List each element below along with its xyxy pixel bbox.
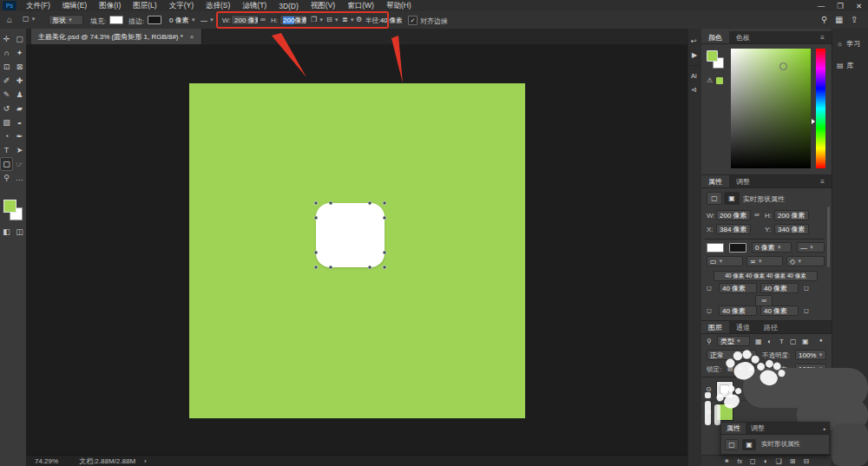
menu-view[interactable]: 视图(V): [305, 0, 341, 11]
actions-panel-icon[interactable]: ▶: [692, 51, 697, 59]
prop-x-field[interactable]: 384 像素: [716, 224, 751, 234]
stroke-width-field[interactable]: 0 像素▼: [167, 15, 196, 25]
lasso-tool[interactable]: ∩: [0, 46, 13, 60]
eyedropper-tool[interactable]: ✐: [0, 74, 13, 88]
layer-search-icon[interactable]: ⚲: [707, 338, 712, 345]
eraser-tool[interactable]: ▰: [13, 102, 26, 115]
stroke-align-select[interactable]: ▭▼: [707, 256, 743, 266]
zoom-level[interactable]: 74.29%: [35, 457, 58, 465]
workspace-icon[interactable]: ▦: [835, 15, 843, 24]
delete-layer-icon[interactable]: ⊟: [803, 457, 809, 465]
opacity-field[interactable]: 100%▼: [795, 350, 826, 360]
lock-all-icon[interactable]: ⋒: [759, 365, 764, 372]
filter-type-icon[interactable]: T: [779, 338, 784, 345]
mini-tab-properties[interactable]: 属性: [721, 423, 746, 434]
link-dimensions-icon[interactable]: ∞: [260, 16, 266, 23]
visibility-eye-icon[interactable]: ⊙: [706, 408, 712, 416]
blur-tool[interactable]: ◒: [13, 115, 26, 129]
add-mask-icon[interactable]: ◻: [750, 457, 756, 465]
gradient-tool[interactable]: ▧: [0, 115, 13, 129]
path-selection-tool[interactable]: ➤: [13, 143, 26, 157]
pen-tool[interactable]: ✒: [13, 129, 26, 143]
libraries-panel-button[interactable]: ▤ 库: [837, 61, 868, 70]
home-icon[interactable]: ⌂: [7, 15, 12, 24]
corner-tl-field[interactable]: 40 像素: [719, 283, 757, 293]
path-alignment-button[interactable]: ⊟▼: [326, 16, 339, 23]
hue-slider-thumb[interactable]: [812, 119, 815, 124]
radii-combined-field[interactable]: 40 像素 40 像素 40 像素 40 像素: [713, 271, 818, 281]
prop-link-icon[interactable]: ∞: [754, 211, 760, 219]
history-brush-tool[interactable]: ↺: [0, 102, 13, 115]
adjustment-layer-icon[interactable]: ◐: [764, 457, 768, 465]
layer-row-background[interactable]: ⊙: [701, 401, 832, 423]
zoom-tool[interactable]: ⚲: [0, 171, 13, 185]
color-field[interactable]: [731, 49, 811, 168]
radius-field[interactable]: 40 像素: [380, 16, 402, 25]
stroke-cap-select[interactable]: ≍▼: [746, 256, 783, 266]
menu-edit[interactable]: 编辑(E): [56, 0, 93, 11]
filter-pixel-icon[interactable]: ▦: [755, 338, 762, 345]
lock-transparent-icon[interactable]: ▨: [727, 365, 733, 372]
color-fg-swatch[interactable]: [707, 50, 718, 62]
properties-scrollbar[interactable]: [827, 207, 830, 267]
menu-help[interactable]: 帮助(H): [380, 0, 418, 11]
mask-properties-icon[interactable]: ▣: [724, 192, 740, 205]
corner-bl-field[interactable]: 40 像素: [719, 305, 757, 316]
filter-shape-icon[interactable]: ▢: [790, 338, 797, 345]
new-group-icon[interactable]: ❏: [776, 457, 782, 465]
status-chevron-icon[interactable]: ›: [144, 457, 147, 465]
width-field[interactable]: 200 像素: [231, 15, 259, 25]
quick-selection-tool[interactable]: ✦: [13, 46, 26, 60]
menu-window[interactable]: 窗口(W): [341, 0, 380, 11]
menu-layer[interactable]: 图层(L): [127, 0, 162, 11]
minimize-button[interactable]: —: [812, 0, 832, 11]
restore-button[interactable]: ❐: [831, 0, 850, 11]
hue-slider[interactable]: [816, 49, 825, 168]
path-operations-button[interactable]: ❐▼: [311, 16, 324, 23]
filter-toggle-icon[interactable]: ●: [819, 338, 823, 343]
close-button[interactable]: ✕: [850, 0, 868, 11]
layer-row-shape[interactable]: ⊙: [701, 378, 832, 401]
gear-icon[interactable]: ⚙: [356, 16, 362, 23]
history-panel-icon[interactable]: ↩: [691, 37, 697, 45]
layer-thumbnail[interactable]: [716, 404, 733, 421]
blend-mode-select[interactable]: 正常▼: [707, 350, 757, 360]
lock-artboard-icon[interactable]: ▣: [748, 365, 754, 372]
fill-swatch[interactable]: [109, 16, 123, 24]
stroke-corner-select[interactable]: ◇▼: [786, 256, 825, 266]
new-layer-icon[interactable]: ⊞: [790, 457, 796, 465]
layer-thumbnail[interactable]: [716, 381, 733, 398]
brush-tool[interactable]: ✎: [0, 88, 13, 102]
tab-paths[interactable]: 路径: [757, 321, 785, 333]
layer-style-fx-icon[interactable]: fx: [738, 458, 742, 464]
healing-brush-tool[interactable]: ✚: [13, 74, 26, 88]
type-tool[interactable]: T: [0, 143, 13, 157]
clone-stamp-tool[interactable]: ♟: [13, 88, 26, 102]
lock-position-icon[interactable]: ✛: [738, 365, 743, 372]
prop-h-field[interactable]: 200 像素: [774, 210, 809, 220]
prop-stroke-width-field[interactable]: 0 像素▼: [752, 242, 792, 253]
comments-panel-icon[interactable]: ⊲: [691, 86, 697, 94]
tab-adjustments[interactable]: 调整: [729, 175, 757, 187]
corner-tr-field[interactable]: 40 像素: [760, 283, 799, 293]
menu-3d[interactable]: 3D(D): [273, 0, 305, 11]
move-tool[interactable]: ✛: [0, 32, 13, 46]
path-arrangement-button[interactable]: ≣▼: [342, 16, 355, 23]
tab-channels[interactable]: 通道: [729, 321, 757, 333]
crop-tool[interactable]: ⊡: [0, 60, 13, 74]
stroke-swatch[interactable]: [148, 16, 161, 24]
filter-smartobject-icon[interactable]: ▣: [802, 338, 809, 345]
search-icon[interactable]: ⚲: [821, 15, 827, 24]
prop-fill-swatch[interactable]: [707, 243, 724, 253]
gamut-warning-icon[interactable]: ⚠: [707, 76, 713, 84]
menu-filter[interactable]: 滤镜(T): [236, 0, 273, 11]
visibility-eye-icon[interactable]: ⊙: [706, 385, 712, 393]
link-layers-icon[interactable]: ⚭: [724, 457, 730, 465]
marquee-tool[interactable]: ▢: [13, 32, 26, 46]
more-tools-button[interactable]: …: [13, 171, 26, 185]
layer-fill-field[interactable]: 100%▼: [795, 364, 826, 374]
menu-image[interactable]: 图像(I): [93, 0, 127, 11]
prop-stroke-swatch[interactable]: [729, 243, 746, 253]
prop-stroke-type-select[interactable]: —▼: [797, 242, 825, 253]
tab-color[interactable]: 颜色: [701, 31, 729, 43]
